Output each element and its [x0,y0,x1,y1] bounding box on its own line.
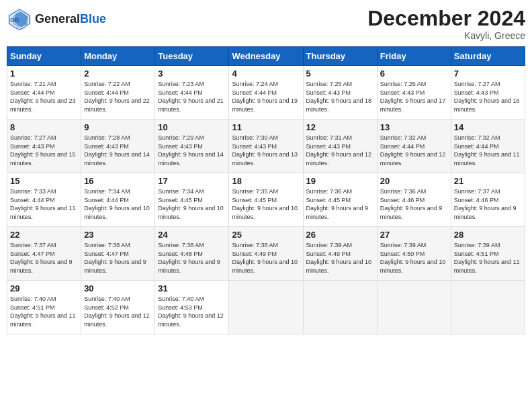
week-row-2: 15Sunrise: 7:33 AMSunset: 4:44 PMDayligh… [7,173,525,227]
day-info: Sunrise: 7:37 AMSunset: 4:46 PMDaylight:… [454,187,522,221]
day-number: 27 [380,230,448,240]
day-cell [377,281,451,334]
day-number: 15 [10,176,78,186]
day-number: 10 [158,122,226,132]
day-cell: 21Sunrise: 7:37 AMSunset: 4:46 PMDayligh… [451,173,525,227]
day-cell: 28Sunrise: 7:39 AMSunset: 4:51 PMDayligh… [451,227,525,281]
col-monday: Monday [81,47,155,66]
day-cell: 13Sunrise: 7:32 AMSunset: 4:44 PMDayligh… [377,120,451,173]
day-cell: 15Sunrise: 7:33 AMSunset: 4:44 PMDayligh… [7,173,81,227]
day-number: 16 [84,176,152,186]
day-number: 19 [306,176,374,186]
day-cell: 3Sunrise: 7:23 AMSunset: 4:44 PMDaylight… [155,66,229,120]
day-info: Sunrise: 7:28 AMSunset: 4:43 PMDaylight:… [84,134,152,167]
day-cell: 23Sunrise: 7:38 AMSunset: 4:47 PMDayligh… [81,227,155,281]
day-info: Sunrise: 7:24 AMSunset: 4:44 PMDaylight:… [232,80,300,113]
day-number: 21 [454,176,522,186]
day-info: Sunrise: 7:40 AMSunset: 4:53 PMDaylight:… [158,295,226,328]
day-number: 2 [84,68,152,79]
day-info: Sunrise: 7:23 AMSunset: 4:44 PMDaylight:… [158,80,226,113]
day-number: 30 [84,283,152,293]
day-info: Sunrise: 7:38 AMSunset: 4:49 PMDaylight:… [232,241,300,275]
day-info: Sunrise: 7:37 AMSunset: 4:47 PMDaylight:… [10,241,78,275]
day-cell: 31Sunrise: 7:40 AMSunset: 4:53 PMDayligh… [155,281,229,334]
week-row-0: 1Sunrise: 7:21 AMSunset: 4:44 PMDaylight… [7,66,525,120]
day-cell: 17Sunrise: 7:34 AMSunset: 4:45 PMDayligh… [155,173,229,227]
day-number: 6 [380,68,448,79]
day-info: Sunrise: 7:33 AMSunset: 4:44 PMDaylight:… [10,187,78,221]
day-cell: 18Sunrise: 7:35 AMSunset: 4:45 PMDayligh… [229,173,303,227]
day-info: Sunrise: 7:38 AMSunset: 4:48 PMDaylight:… [158,241,226,275]
day-number: 4 [232,68,300,79]
day-cell: 30Sunrise: 7:40 AMSunset: 4:52 PMDayligh… [81,281,155,334]
day-cell: 7Sunrise: 7:27 AMSunset: 4:43 PMDaylight… [451,66,525,120]
day-number: 25 [232,230,300,240]
day-info: Sunrise: 7:40 AMSunset: 4:51 PMDaylight:… [10,295,78,328]
day-info: Sunrise: 7:21 AMSunset: 4:44 PMDaylight:… [10,80,78,113]
logo-blue: Blue [80,12,106,26]
day-cell: 29Sunrise: 7:40 AMSunset: 4:51 PMDayligh… [7,281,81,334]
day-number: 8 [10,122,78,132]
col-friday: Friday [377,47,451,66]
day-info: Sunrise: 7:40 AMSunset: 4:52 PMDaylight:… [84,295,152,328]
day-cell: 24Sunrise: 7:38 AMSunset: 4:48 PMDayligh… [155,227,229,281]
day-cell: 12Sunrise: 7:31 AMSunset: 4:43 PMDayligh… [303,120,377,173]
location: Kavyli, Greece [367,30,525,41]
day-cell: 1Sunrise: 7:21 AMSunset: 4:44 PMDaylight… [7,66,81,120]
day-cell: 4Sunrise: 7:24 AMSunset: 4:44 PMDaylight… [229,66,303,120]
day-number: 22 [10,230,78,240]
day-info: Sunrise: 7:27 AMSunset: 4:43 PMDaylight:… [10,134,78,167]
day-cell: 8Sunrise: 7:27 AMSunset: 4:43 PMDaylight… [7,120,81,173]
day-cell: 20Sunrise: 7:36 AMSunset: 4:46 PMDayligh… [377,173,451,227]
day-cell: 9Sunrise: 7:28 AMSunset: 4:43 PMDaylight… [81,120,155,173]
day-info: Sunrise: 7:29 AMSunset: 4:43 PMDaylight:… [158,134,226,167]
col-thursday: Thursday [303,47,377,66]
day-cell: 27Sunrise: 7:39 AMSunset: 4:50 PMDayligh… [377,227,451,281]
day-info: Sunrise: 7:27 AMSunset: 4:43 PMDaylight:… [454,80,522,113]
logo-text: GeneralBlue [35,13,106,26]
col-saturday: Saturday [451,47,525,66]
day-number: 24 [158,230,226,240]
week-row-4: 29Sunrise: 7:40 AMSunset: 4:51 PMDayligh… [7,281,525,334]
col-tuesday: Tuesday [155,47,229,66]
day-info: Sunrise: 7:32 AMSunset: 4:44 PMDaylight:… [454,134,522,167]
header-row: Sunday Monday Tuesday Wednesday Thursday… [7,47,525,66]
day-info: Sunrise: 7:34 AMSunset: 4:45 PMDaylight:… [158,187,226,221]
day-number: 3 [158,68,226,79]
month-title: December 2024 [367,7,525,30]
day-number: 1 [10,68,78,79]
logo-general: General [35,12,80,26]
day-info: Sunrise: 7:36 AMSunset: 4:46 PMDaylight:… [380,187,448,221]
day-number: 14 [454,122,522,132]
day-cell: 25Sunrise: 7:38 AMSunset: 4:49 PMDayligh… [229,227,303,281]
day-info: Sunrise: 7:38 AMSunset: 4:47 PMDaylight:… [84,241,152,275]
day-number: 5 [306,68,374,79]
day-number: 17 [158,176,226,186]
day-cell: 26Sunrise: 7:39 AMSunset: 4:49 PMDayligh… [303,227,377,281]
day-info: Sunrise: 7:25 AMSunset: 4:43 PMDaylight:… [306,80,374,113]
week-row-3: 22Sunrise: 7:37 AMSunset: 4:47 PMDayligh… [7,227,525,281]
col-wednesday: Wednesday [229,47,303,66]
day-cell [303,281,377,334]
day-info: Sunrise: 7:34 AMSunset: 4:44 PMDaylight:… [84,187,152,221]
day-number: 26 [306,230,374,240]
day-number: 18 [232,176,300,186]
day-cell: 6Sunrise: 7:26 AMSunset: 4:43 PMDaylight… [377,66,451,120]
day-info: Sunrise: 7:35 AMSunset: 4:45 PMDaylight:… [232,187,300,221]
day-info: Sunrise: 7:22 AMSunset: 4:44 PMDaylight:… [84,80,152,113]
day-cell: 19Sunrise: 7:36 AMSunset: 4:45 PMDayligh… [303,173,377,227]
day-info: Sunrise: 7:39 AMSunset: 4:50 PMDaylight:… [380,241,448,275]
day-info: Sunrise: 7:36 AMSunset: 4:45 PMDaylight:… [306,187,374,221]
day-info: Sunrise: 7:31 AMSunset: 4:43 PMDaylight:… [306,134,374,167]
day-info: Sunrise: 7:26 AMSunset: 4:43 PMDaylight:… [380,80,448,113]
day-cell: 16Sunrise: 7:34 AMSunset: 4:44 PMDayligh… [81,173,155,227]
day-info: Sunrise: 7:30 AMSunset: 4:43 PMDaylight:… [232,134,300,167]
day-cell: 22Sunrise: 7:37 AMSunset: 4:47 PMDayligh… [7,227,81,281]
day-number: 9 [84,122,152,132]
day-info: Sunrise: 7:32 AMSunset: 4:44 PMDaylight:… [380,134,448,167]
day-cell: 2Sunrise: 7:22 AMSunset: 4:44 PMDaylight… [81,66,155,120]
svg-text:GB: GB [10,17,19,24]
week-row-1: 8Sunrise: 7:27 AMSunset: 4:43 PMDaylight… [7,120,525,173]
day-cell [451,281,525,334]
day-number: 31 [158,283,226,293]
